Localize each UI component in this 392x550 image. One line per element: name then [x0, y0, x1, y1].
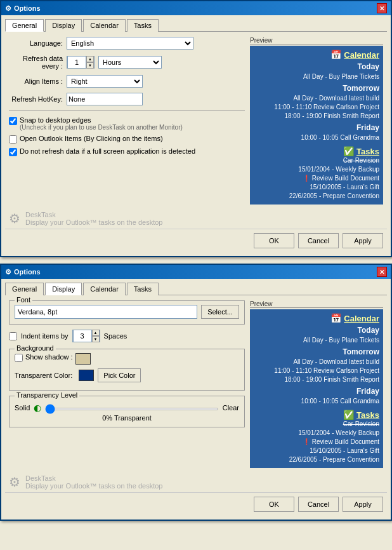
footer-2: ⚙ DeskTask Display your Outlook™ tasks o… [5, 472, 387, 492]
shadow-row: Show shadow : [15, 353, 239, 365]
align-select[interactable]: Right [67, 75, 143, 88]
hours-select[interactable]: Hours [98, 56, 162, 69]
preview2-task-1: 15/01/2004 - Weekly Backup [254, 429, 379, 438]
indent-down-btn[interactable]: ▼ [92, 336, 100, 342]
no-refresh-checkbox[interactable] [9, 148, 17, 156]
options-icon-2: ⚙ [5, 268, 11, 276]
cancel-button-1[interactable]: Cancel [298, 233, 339, 248]
preview-task-2: Review Build Document [254, 174, 379, 183]
indent-spinner-buttons: ▲ ▼ [92, 330, 100, 342]
font-display: Verdana, 8pt [15, 305, 197, 319]
brand-2: DeskTask [25, 474, 162, 482]
preview-friday-item-0: 10:00 - 10:05 Call Grandma [254, 133, 379, 142]
tab-calendar-1[interactable]: Calendar [83, 19, 126, 32]
select-font-button[interactable]: Select... [201, 305, 239, 319]
preview2-tomorrow-item-2: 18:00 - 19:00 Finish Smith Report [254, 375, 379, 384]
brand-1: DeskTask [25, 211, 162, 218]
ok-button-2[interactable]: OK [254, 497, 294, 512]
preview2-tomorrow-item-0: All Day - Download latest build [254, 358, 379, 366]
tasks-icon: ✅ [343, 146, 354, 156]
watermark-2: DeskTask Display your Outlook™ tasks on … [25, 474, 162, 490]
refresh-label: Refresh data every : [9, 55, 63, 70]
background-group: Background Show shadow : Transparent Col… [9, 349, 245, 391]
preview-task-0: Car Revision [254, 156, 379, 165]
preview2-tasks-title: Tasks [356, 410, 379, 420]
pick-color-button[interactable]: Pick Color [98, 368, 141, 382]
options-window-1: ⚙ Options ✕ General Display Calendar Tas… [0, 0, 392, 257]
align-label: Align Items : [9, 77, 63, 85]
shadow-color-swatch [75, 353, 91, 365]
snapfiles-watermark-1: ⚙ [9, 211, 20, 226]
preview-panel-2: 📅 Calendar Today All Day - Buy Plane Tic… [250, 309, 383, 468]
preview2-calendar-title: Calendar [344, 314, 379, 323]
tagline-1: Display your Outlook™ tasks on the deskt… [25, 218, 162, 226]
indent-checkbox[interactable] [9, 332, 17, 340]
indent-spinner[interactable]: ▲ ▼ [72, 330, 100, 342]
open-outlook-row: Open Outlook Items (By Clicking on the i… [9, 135, 245, 144]
tab-tasks-2[interactable]: Tasks [127, 283, 159, 295]
preview2-task-0: Car Revision [254, 420, 379, 429]
transparent-color-label: Transparent Color: [15, 372, 72, 379]
language-row: Language: English [9, 37, 245, 50]
preview-tomorrow-item-2: 18:00 - 19:00 Finish Smith Report [254, 112, 379, 121]
font-group-label: Font [15, 296, 32, 304]
refresh-value-input[interactable] [67, 56, 86, 69]
window-title-2: Options [14, 268, 41, 276]
preview2-task-4: 22/6/2005 - Prepare Convention [254, 455, 379, 464]
tab-general-1[interactable]: General [5, 19, 44, 32]
refresh-down-btn[interactable]: ▼ [86, 62, 94, 69]
preview-tomorrow-item-0: All Day - Download latest build [254, 94, 379, 103]
indent-up-btn[interactable]: ▲ [92, 330, 100, 336]
preview-panel-1: 📅 Calendar Today All Day - Buy Plane Tic… [250, 46, 383, 205]
tab-display-1[interactable]: Display [45, 19, 82, 32]
hotkey-input[interactable] [67, 93, 143, 105]
transparent-color-swatch [79, 370, 94, 381]
refresh-spinner[interactable]: ▲ ▼ [67, 56, 95, 69]
snap-checkbox[interactable] [9, 117, 17, 125]
preview-calendar-title: Calendar [344, 50, 379, 60]
tab-calendar-2[interactable]: Calendar [83, 283, 126, 295]
footer-1: ⚙ DeskTask Display your Outlook™ tasks o… [5, 208, 387, 229]
window-title-1: Options [14, 4, 41, 12]
no-refresh-label: Do not refresh data if a full screen app… [20, 147, 195, 155]
snap-sublabel: (Uncheck if you plan to use DeskTask on … [20, 124, 183, 131]
ok-button-1[interactable]: OK [254, 233, 294, 248]
show-shadow-checkbox[interactable] [15, 354, 23, 362]
preview-tasks-title: Tasks [356, 147, 379, 156]
preview-label-2: Preview [250, 300, 383, 308]
window-body-2: General Display Calendar Tasks Font Verd… [1, 279, 391, 520]
tab-general-2[interactable]: General [5, 283, 44, 295]
refresh-up-btn[interactable]: ▲ [86, 56, 94, 62]
tab-tasks-1[interactable]: Tasks [127, 19, 159, 32]
tab-display-2[interactable]: Display [45, 283, 82, 295]
open-outlook-checkbox[interactable] [9, 135, 17, 144]
transparency-group: Transparency Level Solid ◐ Clear 0% Tran… [9, 396, 245, 427]
transparency-group-label: Transparency Level [15, 391, 79, 399]
show-shadow-label: Show shadow : [25, 353, 73, 361]
tabs-2: General Display Calendar Tasks [5, 283, 387, 295]
preview-tasks-header: ✅ Tasks [254, 146, 379, 156]
no-refresh-row: Do not refresh data if a full screen app… [9, 147, 245, 156]
background-group-label: Background [15, 344, 56, 352]
hotkey-row: Refresh HotKey: [9, 93, 245, 105]
apply-button-2[interactable]: Apply [343, 497, 383, 512]
indent-label: Indent items by [21, 332, 69, 340]
preview-friday-header: Friday [254, 123, 379, 132]
preview-task-1: 15/01/2004 - Weekly Backup [254, 165, 379, 174]
preview-today-header: Today [254, 62, 379, 71]
preview2-today-header: Today [254, 326, 379, 335]
language-label: Language: [9, 39, 63, 47]
title-bar-left-2: ⚙ Options [5, 268, 41, 276]
language-select[interactable]: English [67, 37, 193, 50]
preview-task-3: 15/10/2005 - Laura's Gift [254, 183, 379, 192]
cancel-button-2[interactable]: Cancel [298, 497, 339, 512]
snap-checkbox-row: Snap to desktop edges (Uncheck if you pl… [9, 116, 245, 131]
apply-button-1[interactable]: Apply [343, 233, 383, 248]
watermark-1: DeskTask Display your Outlook™ tasks on … [25, 211, 162, 226]
open-outlook-label: Open Outlook Items (By Clicking on the i… [20, 135, 163, 142]
close-button-1[interactable]: ✕ [377, 3, 387, 13]
close-button-2[interactable]: ✕ [377, 267, 387, 277]
transparency-slider[interactable] [45, 408, 218, 410]
indent-value-input[interactable] [73, 330, 92, 342]
title-bar-left-1: ⚙ Options [5, 4, 41, 13]
